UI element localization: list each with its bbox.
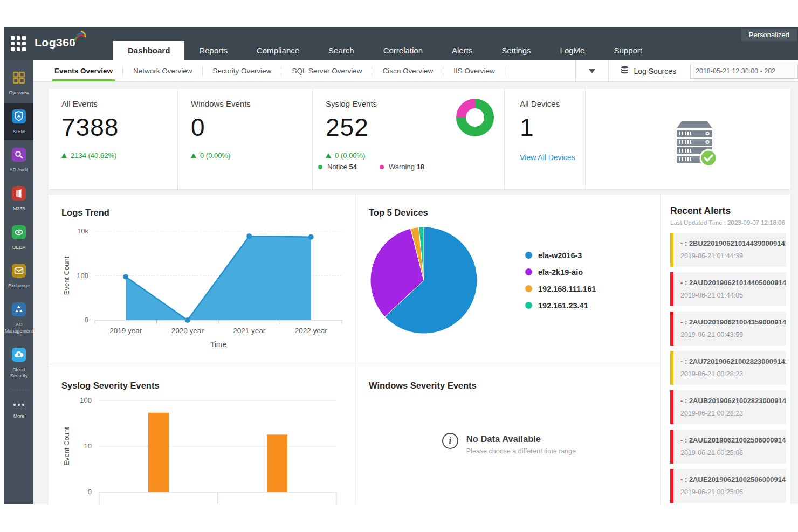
nav-tab-reports[interactable]: Reports	[184, 41, 242, 60]
more-tabs-caret[interactable]	[575, 60, 608, 81]
sidebar-item-label: More	[4, 413, 33, 420]
alerts-last-updated: Last Updated Time : 2023-09-07 12:18:06	[670, 219, 786, 226]
svg-text:Event Count: Event Count	[63, 256, 71, 295]
sidebar-item-m365[interactable]: M365	[4, 181, 33, 218]
sidebar-item-cloud-security[interactable]: Cloud Security	[4, 342, 33, 385]
alert-item[interactable]: - : 2AUE2019062100250600091430002019-06-…	[670, 430, 786, 464]
stat-delta: 0 (0.00%)	[335, 151, 365, 160]
legend-label: Notice 54	[327, 163, 357, 171]
sidebar-item-siem[interactable]: SIEM	[4, 103, 33, 141]
sidebar-item-ad-audit[interactable]: AD Audit	[4, 142, 33, 179]
subnav-tab-events-overview[interactable]: Events Overview	[44, 60, 123, 81]
alert-id: - : 2AUB201906210028230009141000	[680, 397, 783, 405]
pie-legend-item-192-168-111-161: 192.168.111.161	[525, 285, 596, 293]
app-logo: Log360	[35, 36, 76, 49]
alert-id: - : 2BU2201906210144390009141000	[680, 239, 783, 247]
date-range-input[interactable]: 2018-05-21 12:30:00 - 202	[690, 64, 798, 79]
alert-time: 2019-06-21 00:28:23	[680, 410, 783, 417]
logs-trend-panel: Logs Trend 010010k2019 year2020 year2021…	[49, 195, 356, 364]
syslog-severity-panel: Syslog Severity Events 010100Event Count	[49, 364, 356, 504]
subnav-tab-network-overview[interactable]: Network Overview	[123, 60, 203, 81]
svg-text:10k: 10k	[77, 227, 88, 235]
subnav-tab-security-overview[interactable]: Security Overview	[203, 60, 282, 81]
alert-item[interactable]: - : 2AUB2019062100282300091410002019-06-…	[670, 390, 786, 424]
sidebar-item-label: M365	[4, 206, 33, 212]
svg-text:2022 year: 2022 year	[295, 327, 328, 335]
svg-text:0: 0	[88, 488, 92, 496]
panel-title: Top 5 Devices	[369, 208, 649, 218]
sidebar-item-ad-management[interactable]: AD Management	[4, 296, 33, 340]
chevron-down-icon	[589, 69, 595, 73]
svg-text:100: 100	[80, 396, 92, 404]
top-nav: DashboardReportsComplianceSearchCorrelat…	[113, 27, 657, 60]
siem-icon	[12, 109, 26, 126]
database-icon	[621, 66, 629, 77]
sidebar-item-ueba[interactable]: UEBA	[4, 219, 33, 257]
legend-dot	[380, 165, 384, 169]
sidebar-item-label: Exchange	[4, 283, 33, 289]
legend-dot	[525, 285, 532, 292]
log-sources-button[interactable]: Log Sources	[608, 60, 688, 81]
syslog-severity-chart: 010100Event Count	[61, 395, 348, 504]
stat-all-events: All Events 7388 2134 (40.62%)	[49, 89, 178, 189]
no-data-submessage: Please choose a different time range	[466, 447, 576, 455]
sidebar-item-label: SIEM	[4, 129, 33, 135]
alert-item[interactable]: - : 2AUD2019062101440500091410002019-06-…	[670, 272, 786, 306]
nav-tab-alerts[interactable]: Alerts	[437, 41, 487, 60]
alert-id: - : 2AU7201906210028230009141000	[680, 357, 783, 365]
stat-value: 0	[191, 113, 312, 142]
up-arrow-icon	[61, 153, 67, 158]
view-all-devices-link[interactable]: View All Devices	[520, 153, 585, 162]
subnav-tabs: Events OverviewNetwork OverviewSecurity …	[44, 60, 505, 81]
pie-legend-item-ela-2k19-aio: ela-2k19-aio	[525, 268, 596, 277]
sidebar-item-label: Cloud Security	[4, 367, 33, 379]
app-window: Log360 DashboardReportsComplianceSearchC…	[4, 27, 798, 504]
alert-item[interactable]: - : 2AUD2019062100435900091400002019-06-…	[670, 312, 786, 346]
alert-time: 2019-06-21 00:25:06	[680, 488, 783, 496]
panel-title: Syslog Severity Events	[61, 381, 345, 391]
legend-label: 192.168.111.161	[538, 285, 596, 293]
stat-label: All Devices	[520, 99, 585, 108]
ad-management-icon	[12, 302, 26, 319]
nav-tab-correlation[interactable]: Correlation	[369, 41, 437, 60]
nav-tab-search[interactable]: Search	[314, 41, 369, 60]
top-devices-panel: Top 5 Devices ela-w2016-3ela-2k19-aio192…	[356, 195, 661, 364]
pie-legend-item-192-161-23-41: 192.161.23.41	[525, 301, 596, 310]
app-launcher-icon[interactable]	[11, 36, 26, 51]
more-icon	[12, 400, 26, 410]
alert-id: - : 2AUD201906210144050009141000	[680, 279, 783, 287]
sidebar-item-exchange[interactable]: Exchange	[4, 258, 33, 295]
nav-tab-dashboard[interactable]: Dashboard	[113, 41, 184, 60]
alert-item[interactable]: - : 2AU72019062100282300091410002019-06-…	[670, 351, 786, 385]
nav-tab-logme[interactable]: LogMe	[546, 41, 600, 60]
svg-text:2020 year: 2020 year	[171, 327, 204, 335]
logs-trend-chart: 010010k2019 year2020 year2021 year2022 y…	[61, 218, 348, 351]
nav-tab-compliance[interactable]: Compliance	[242, 41, 314, 60]
subnav-tab-sql-server-overview[interactable]: SQL Server Overview	[281, 60, 372, 81]
subnav-tab-cisco-overview[interactable]: Cisco Overview	[372, 60, 443, 81]
alert-item[interactable]: - : 2AUE2019062100250600091430002019-06-…	[670, 469, 786, 503]
alert-id: - : 2AUE201906210025060009143000	[680, 436, 783, 444]
sidebar-item-label: AD Management	[4, 322, 33, 334]
alert-time: 2019-06-21 00:28:23	[680, 370, 783, 378]
stat-all-devices: All Devices 1 View All Devices	[505, 89, 586, 189]
alerts-list: - : 2BU22019062101443900091410002019-06-…	[670, 233, 786, 504]
sidebar-item-more[interactable]: More	[4, 395, 33, 425]
no-data-message: No Data Available	[466, 434, 576, 444]
pie-legend-item-ela-w2016-3: ela-w2016-3	[525, 251, 596, 260]
sidebar-item-overview[interactable]: Overview	[4, 65, 33, 102]
nav-tab-settings[interactable]: Settings	[487, 41, 545, 60]
sidebar-item-label: AD Audit	[4, 167, 33, 174]
alert-time: 2019-06-21 00:43:59	[680, 331, 783, 338]
personalized-badge[interactable]: Personalized	[741, 29, 797, 41]
cloud-security-icon	[12, 348, 26, 364]
legend-dot	[318, 165, 322, 169]
active-tab-underline	[52, 79, 115, 81]
nav-tab-support[interactable]: Support	[599, 41, 657, 60]
syslog-events-donut-chart	[456, 99, 494, 136]
subnav-tab-iis-overview[interactable]: IIS Overview	[443, 60, 505, 81]
sidebar-divider	[9, 390, 29, 390]
panel-title: Recent Alerts	[670, 205, 786, 217]
legend-label: ela-w2016-3	[538, 251, 582, 260]
alert-item[interactable]: - : 2BU22019062101443900091410002019-06-…	[670, 233, 786, 267]
